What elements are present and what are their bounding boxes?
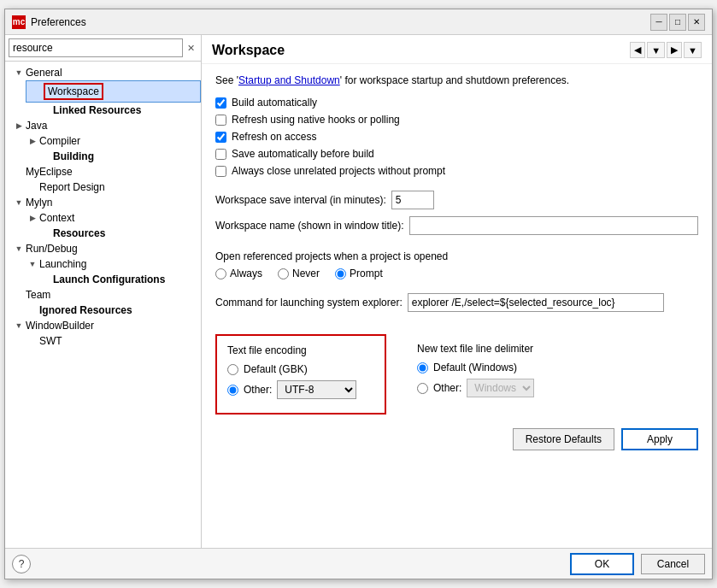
open-projects-options: Always Never Prompt: [215, 268, 698, 279]
checkbox-label-refresh-hooks: Refresh using native hooks or polling: [232, 114, 400, 126]
tree-item-run-debug[interactable]: ▼ Run/Debug: [12, 241, 201, 256]
checkbox-save-before-build[interactable]: [215, 149, 226, 160]
command-row: Command for launching system explorer:: [215, 293, 698, 312]
command-label: Command for launching system explorer:: [215, 297, 403, 309]
help-button[interactable]: ?: [12, 555, 31, 573]
left-panel: ✕ ▼ General Workspace Linked Resources ▶: [5, 35, 202, 548]
tree-item-launching[interactable]: ▼ Launching: [26, 256, 201, 272]
tree-item-mylyn[interactable]: ▼ Mylyn: [12, 195, 201, 210]
content-area: ✕ ▼ General Workspace Linked Resources ▶: [5, 35, 712, 548]
cancel-button[interactable]: Cancel: [641, 554, 705, 574]
tree-item-ignored-resources[interactable]: Ignored Resources: [26, 303, 201, 318]
app-icon: mc: [12, 15, 26, 29]
tree-arrow-context: ▶: [26, 214, 39, 222]
tree-label-building: Building: [53, 150, 94, 162]
newline-default-label: Default (Windows): [433, 362, 517, 373]
encoding-default-label: Default (GBK): [244, 363, 308, 375]
close-button[interactable]: ✕: [688, 14, 705, 31]
nav-forward-dropdown-button[interactable]: ▼: [684, 42, 702, 58]
tree-item-workspace[interactable]: Workspace: [26, 80, 201, 103]
checkbox-always-close[interactable]: [215, 166, 226, 177]
tree-item-linked-resources[interactable]: Linked Resources: [39, 103, 201, 118]
nav-back-button[interactable]: ◀: [630, 42, 645, 58]
radio-encoding-default[interactable]: [227, 364, 238, 375]
tree-label-java: Java: [26, 120, 47, 132]
radio-prompt-input[interactable]: [335, 268, 346, 279]
tree-label-myeclipse: MyEclipse: [26, 166, 73, 178]
apply-button[interactable]: Apply: [621, 428, 698, 450]
newline-other-row: Other: Windows Unix macOS: [417, 379, 567, 397]
window-title: Preferences: [31, 16, 650, 28]
tree-item-compiler[interactable]: ▶ Compiler: [26, 133, 201, 149]
command-input[interactable]: [408, 293, 664, 312]
tree-item-java[interactable]: ▶ Java: [12, 118, 201, 133]
right-panel: Workspace ◀ ▼ ▶ ▼ See 'Startup and Shutd…: [202, 35, 712, 548]
tree-arrow-launching: ▼: [26, 260, 39, 268]
newline-default-row: Default (Windows): [417, 362, 567, 373]
preferences-window: mc Preferences ─ □ ✕ ✕ ▼ General: [4, 9, 713, 579]
restore-defaults-button[interactable]: Restore Defaults: [513, 428, 614, 450]
checkbox-build-auto[interactable]: [215, 97, 226, 109]
radio-prompt: Prompt: [335, 268, 383, 279]
tree-label-windowbuilder: WindowBuilder: [26, 320, 94, 332]
radio-newline-other[interactable]: [417, 383, 428, 394]
startup-shutdown-link[interactable]: Startup and Shutdown: [238, 74, 340, 86]
checkbox-refresh-access[interactable]: [215, 132, 226, 143]
radio-always-input[interactable]: [215, 268, 226, 279]
workspace-name-row: Workspace name (shown in window title):: [215, 216, 698, 235]
right-header: Workspace ◀ ▼ ▶ ▼: [202, 35, 712, 64]
tree-arrow-general: ▼: [12, 68, 26, 77]
radio-never: Never: [278, 268, 320, 279]
workspace-name-label: Workspace name (shown in window title):: [215, 220, 404, 232]
checkbox-label-refresh-access: Refresh on access: [232, 131, 316, 143]
radio-encoding-other[interactable]: [227, 385, 238, 396]
encoding-section: Text file encoding Default (GBK) Other: …: [215, 334, 698, 415]
search-clear-button[interactable]: ✕: [185, 43, 197, 54]
save-interval-input[interactable]: [391, 191, 434, 209]
description-text: See 'Startup and Shutdown' for workspace…: [215, 74, 698, 86]
checkbox-label-build-auto: Build automatically: [232, 97, 317, 109]
right-panel-title: Workspace: [212, 43, 626, 58]
search-input[interactable]: [9, 38, 183, 57]
tree-arrow-mylyn: ▼: [12, 198, 26, 207]
tree-item-myeclipse[interactable]: MyEclipse: [12, 164, 201, 179]
restore-apply-row: Restore Defaults Apply: [215, 428, 698, 450]
tree-arrow-java: ▶: [12, 121, 26, 130]
encoding-default-row: Default (GBK): [227, 363, 374, 375]
tree-label-workspace: Workspace: [44, 83, 103, 100]
tree-item-swt[interactable]: SWT: [26, 333, 201, 349]
tree-label-mylyn: Mylyn: [26, 197, 52, 209]
tree-label-ignored-resources: Ignored Resources: [39, 304, 132, 316]
tree-item-context[interactable]: ▶ Context: [26, 210, 201, 226]
radio-newline-default[interactable]: [417, 362, 428, 373]
newline-select[interactable]: Windows Unix macOS: [467, 379, 534, 397]
open-projects-label: Open referenced projects when a project …: [215, 250, 698, 262]
checkbox-row-save-before-build: Save automatically before build: [215, 148, 698, 160]
tree-item-general[interactable]: ▼ General: [12, 65, 201, 80]
encoding-select[interactable]: UTF-8 UTF-16 ISO-8859-1: [277, 380, 356, 399]
nav-forward-button[interactable]: ▶: [667, 42, 682, 58]
save-interval-label: Workspace save interval (in minutes):: [215, 194, 386, 206]
nav-dropdown-button[interactable]: ▼: [647, 42, 665, 58]
tree-item-team[interactable]: Team: [12, 287, 201, 303]
checkbox-label-always-close: Always close unrelated projects without …: [232, 165, 445, 177]
minimize-button[interactable]: ─: [650, 14, 667, 31]
tree-label-resources: Resources: [53, 227, 105, 239]
tree-label-linked-resources: Linked Resources: [53, 104, 141, 116]
checkbox-refresh-hooks[interactable]: [215, 115, 226, 126]
radio-always: Always: [215, 268, 262, 279]
tree-item-resources[interactable]: Resources: [39, 226, 201, 241]
encoding-title: Text file encoding: [227, 344, 374, 356]
tree-item-windowbuilder[interactable]: ▼ WindowBuilder: [12, 318, 201, 333]
newline-box: New text file line delimiter Default (Wi…: [407, 334, 578, 415]
tree-item-report-design[interactable]: Report Design: [26, 179, 201, 195]
radio-always-label: Always: [230, 268, 262, 279]
maximize-button[interactable]: □: [669, 14, 686, 31]
tree-label-swt: SWT: [39, 335, 62, 347]
tree-item-launch-configurations[interactable]: Launch Configurations: [39, 272, 201, 287]
ok-button[interactable]: OK: [570, 553, 634, 575]
tree-item-building[interactable]: Building: [39, 149, 201, 164]
workspace-name-input[interactable]: [409, 216, 698, 235]
checkbox-row-always-close: Always close unrelated projects without …: [215, 165, 698, 177]
radio-never-input[interactable]: [278, 268, 289, 279]
